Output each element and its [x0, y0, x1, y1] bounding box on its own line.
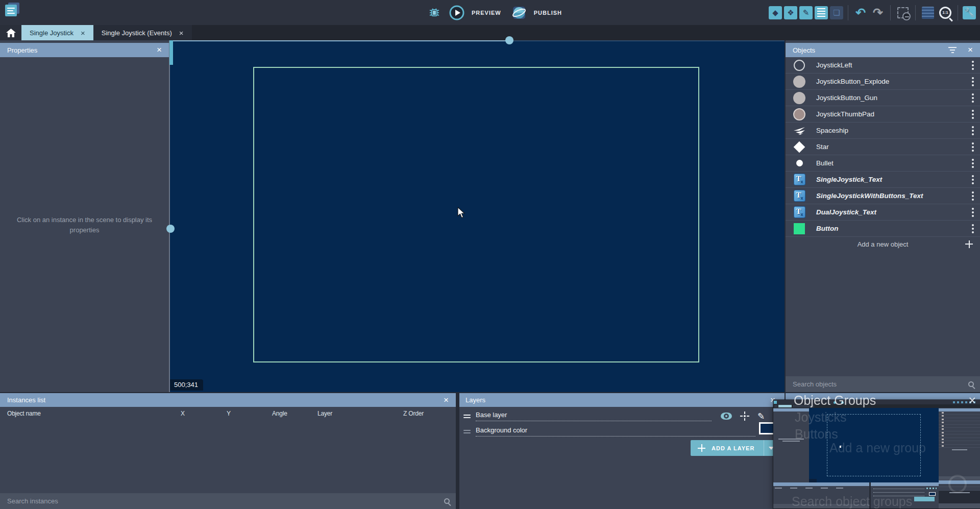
row-menu-icon[interactable]	[972, 228, 974, 230]
panel-resize-divider[interactable]	[169, 40, 170, 392]
minimap-panel-header	[773, 408, 809, 411]
preview-play-icon[interactable]	[449, 4, 464, 21]
tab-single-joystick-events[interactable]: Single Joystick (Events) ×	[93, 25, 192, 40]
diamond-icon	[793, 143, 806, 151]
row-menu-icon[interactable]	[972, 130, 974, 132]
row-menu-icon[interactable]	[972, 195, 974, 197]
layers-panel: Layers × Base layer ✎ Background color A…	[459, 393, 785, 509]
undo-icon[interactable]: ↶	[853, 4, 868, 21]
plus-icon[interactable]	[965, 240, 973, 248]
scene-tabs: Single Joystick × Single Joystick (Event…	[0, 25, 980, 40]
minimap-panel-header	[871, 482, 939, 486]
instances-panel: Instances list × Object name X Y Angle L…	[0, 393, 456, 509]
edit-scene-icon[interactable]: ✎	[799, 6, 813, 19]
background-color-label[interactable]: Background color	[476, 426, 755, 437]
circle-outline-icon	[793, 60, 806, 71]
row-menu-icon[interactable]	[972, 179, 974, 181]
layer-row-background[interactable]: Background color	[459, 424, 785, 439]
object-row[interactable]: JoystickThumbPad	[786, 106, 980, 123]
search-instances-input[interactable]	[6, 497, 444, 505]
add-object-icon[interactable]: ◆	[769, 6, 782, 19]
instances-columns: Object name X Y Angle Layer Z Order	[0, 407, 456, 421]
gdevelop-logo-icon	[5, 5, 17, 16]
spaceship-icon	[793, 126, 806, 135]
object-row[interactable]: Star	[786, 139, 980, 155]
row-menu-icon[interactable]	[972, 162, 974, 164]
search-objects-input[interactable]	[792, 380, 968, 389]
minimap-logo	[774, 401, 777, 404]
column-header: Object name	[7, 410, 41, 417]
minimap-layer-row	[873, 487, 924, 489]
layer-row-base[interactable]: Base layer ✎	[459, 408, 785, 424]
close-icon[interactable]: ×	[968, 45, 973, 55]
object-row[interactable]: JoystickButton_Gun	[786, 90, 980, 106]
minimap-panel-header	[773, 482, 869, 486]
row-menu-icon[interactable]	[972, 211, 974, 213]
preview-label[interactable]: PREVIEW	[472, 10, 501, 16]
publish-label[interactable]: PUBLISH	[534, 10, 562, 16]
debugger-icon[interactable]	[427, 4, 442, 21]
object-row[interactable]: JoystickButton_Explode	[786, 74, 980, 90]
row-menu-icon[interactable]	[972, 113, 974, 115]
object-row[interactable]: DualJoystick_Text	[786, 204, 980, 221]
object-row[interactable]: JoystickLeft	[786, 57, 980, 74]
floating-preview-window[interactable]	[773, 400, 980, 508]
layer-name-field[interactable]: Base layer	[476, 411, 712, 421]
object-row[interactable]: Spaceship	[786, 123, 980, 139]
row-menu-icon[interactable]	[972, 64, 974, 66]
text-object-icon	[793, 206, 806, 218]
scene-properties-icon[interactable]	[815, 6, 828, 19]
objects-title: Objects	[793, 46, 815, 54]
tab-close-icon[interactable]: ×	[179, 29, 184, 37]
row-menu-icon[interactable]	[972, 97, 974, 99]
home-tab[interactable]	[0, 25, 21, 40]
cursor-coordinates: 500;341	[170, 379, 203, 391]
properties-panel-header: Properties ×	[0, 43, 169, 57]
publish-globe-icon[interactable]	[511, 4, 527, 21]
minimap-layer-icons	[926, 488, 937, 489]
tab-close-icon[interactable]: ×	[81, 29, 85, 37]
effects-icon[interactable]	[740, 411, 749, 421]
object-row[interactable]: Button	[786, 221, 980, 237]
add-object-group-icon[interactable]: ❖	[784, 6, 797, 19]
minimap-search	[939, 476, 980, 480]
minimap-add-group	[949, 492, 970, 493]
minimap-object-groups-header	[939, 480, 980, 484]
edit-pencil-icon[interactable]: ✎	[757, 411, 765, 422]
close-icon[interactable]: ×	[157, 45, 162, 55]
visibility-eye-icon[interactable]	[721, 413, 732, 420]
home-icon	[6, 29, 16, 37]
object-row[interactable]: SingleJoystickWithButtons_Text	[786, 188, 980, 204]
drag-handle-icon[interactable]	[463, 415, 471, 418]
circle-gray-icon	[793, 76, 806, 88]
column-header: Z Order	[403, 410, 424, 417]
layers-stack-icon[interactable]: ❏	[830, 6, 843, 19]
add-object-button[interactable]: Add a new object	[786, 237, 980, 251]
row-menu-icon[interactable]	[972, 146, 974, 148]
setup-wrench-icon[interactable]: 🔧	[963, 6, 976, 19]
bullet-icon	[793, 160, 806, 166]
circle-warm-gray-icon	[793, 108, 806, 120]
minimap-layer-row	[873, 491, 924, 493]
tab-single-joystick[interactable]: Single Joystick ×	[21, 25, 93, 40]
mouse-cursor	[457, 207, 467, 221]
canvas-edge-handle[interactable]	[166, 225, 175, 233]
minimap-object-icons	[942, 412, 944, 448]
minimap-topbar	[773, 400, 980, 404]
filter-icon[interactable]	[948, 47, 957, 53]
zoom-1-1-icon[interactable]: 1:1	[938, 4, 953, 21]
layers-title: Layers	[465, 396, 485, 404]
canvas-edge-handle[interactable]	[505, 36, 513, 44]
redo-icon[interactable]: ↷	[870, 4, 886, 21]
object-row[interactable]: Bullet	[786, 155, 980, 172]
add-layer-button[interactable]: ADD A LAYER	[691, 440, 778, 456]
row-menu-icon[interactable]	[972, 81, 974, 83]
minimap-tab	[793, 405, 814, 407]
toolbar-separator	[890, 5, 891, 20]
scrollbar-thumb[interactable]	[169, 40, 173, 65]
grid-icon[interactable]	[920, 4, 936, 21]
search-icon	[968, 381, 974, 387]
object-row[interactable]: SingleJoystick_Text	[786, 172, 980, 188]
close-icon[interactable]: ×	[444, 395, 449, 405]
scene-canvas[interactable]: 500;341	[170, 40, 785, 392]
